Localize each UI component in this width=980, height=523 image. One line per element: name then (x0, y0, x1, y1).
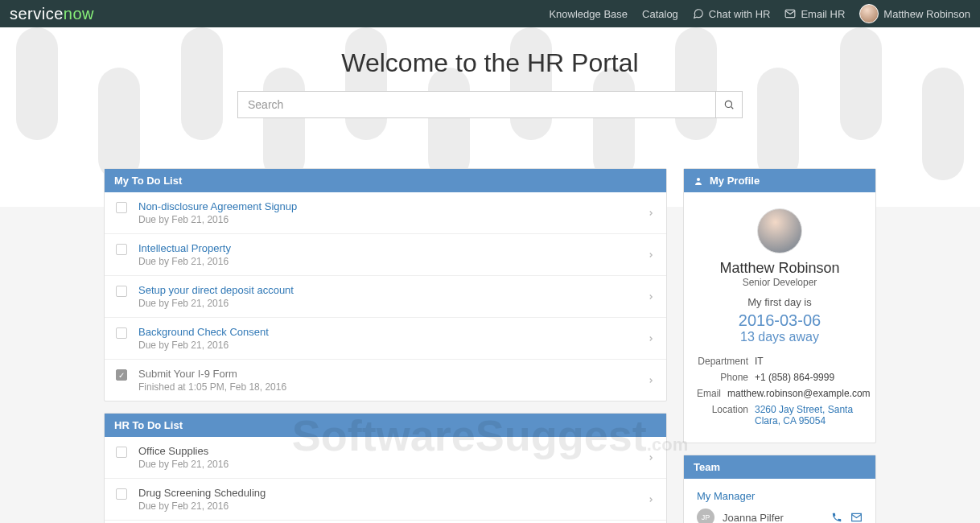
manager-avatar: JP (697, 509, 714, 523)
todo-item[interactable]: Drug Screening SchedulingDue by Feb 21, … (105, 478, 666, 520)
svg-point-1 (725, 101, 731, 107)
arrow-right-icon[interactable] (647, 209, 655, 217)
todo-item[interactable]: Background Check ConsentDue by Feb 21, 2… (105, 317, 666, 359)
panel-profile: My Profile Matthew Robinson Senior Devel… (683, 168, 876, 443)
manager-name: Joanna Pilfer (723, 512, 823, 524)
panel-hr-todo-body: Office SuppliesDue by Feb 21, 2016Drug S… (105, 437, 666, 523)
arrow-right-icon[interactable] (647, 496, 655, 504)
search-button[interactable] (715, 91, 743, 118)
kv-phone: Phone +1 (858) 864-9999 (697, 372, 863, 383)
phone-label: Phone (697, 372, 755, 383)
first-day-away: 13 days away (697, 330, 863, 344)
profile-role: Senior Developer (697, 277, 863, 288)
todo-title[interactable]: Setup your direct deposit account (138, 284, 655, 296)
checkbox-icon[interactable] (116, 447, 127, 458)
nav-user-label: Matthew Robinson (883, 8, 970, 20)
panel-profile-title: My Profile (710, 175, 760, 187)
team-row-manager: JP Joanna Pilfer (697, 509, 863, 523)
department-label: Department (697, 356, 755, 367)
search-icon (723, 99, 735, 110)
team-body: My Manager JP Joanna Pilfer (684, 479, 875, 523)
col-right: My Profile Matthew Robinson Senior Devel… (683, 168, 876, 523)
nav-knowledge-base[interactable]: Knowledge Base (549, 8, 628, 20)
panel-my-todo-body: Non-disclosure Agreement SignupDue by Fe… (105, 192, 666, 401)
todo-meta: Due by Feb 21, 2016 (138, 500, 655, 512)
todo-meta: Due by Feb 21, 2016 (138, 214, 655, 225)
svg-point-3 (697, 178, 700, 181)
todo-item[interactable]: Non-disclosure Agreement SignupDue by Fe… (105, 192, 666, 233)
chat-icon (693, 8, 704, 19)
panel-team: Team My Manager JP Joanna Pilfer (683, 455, 876, 523)
user-icon (694, 176, 703, 186)
top-nav: servicenow Knowledge Base Catalog Chat w… (0, 0, 980, 27)
arrow-right-icon[interactable] (647, 454, 655, 462)
search-wrap (237, 91, 743, 118)
todo-title[interactable]: Background Check Consent (138, 326, 655, 338)
panel-hr-todo: HR To Do List Office SuppliesDue by Feb … (104, 413, 667, 523)
page-title: Welcome to the HR Portal (200, 48, 780, 78)
first-day-date: 2016-03-06 (697, 311, 863, 330)
todo-title: Drug Screening Scheduling (138, 487, 655, 499)
checkbox-icon[interactable] (116, 327, 127, 339)
logo-text-1: service (10, 5, 64, 23)
todo-item[interactable]: Send The First Day AgendaDue by Feb 21, … (105, 520, 666, 523)
envelope-icon (784, 8, 796, 19)
todo-item[interactable]: Intellectual PropertyDue by Feb 21, 2016 (105, 233, 666, 275)
checkbox-icon[interactable] (116, 244, 127, 255)
main-container: SoftwareSuggest.com My To Do List Non-di… (96, 168, 884, 523)
kv-department: Department IT (697, 356, 863, 367)
my-manager-label[interactable]: My Manager (697, 490, 863, 502)
checkbox-icon[interactable] (116, 202, 127, 213)
first-day-label: My first day is (697, 296, 863, 308)
todo-item[interactable]: Office SuppliesDue by Feb 21, 2016 (105, 437, 666, 478)
nav-links: Knowledge Base Catalog Chat with HR Emai… (549, 4, 970, 23)
nav-email-label: Email HR (801, 8, 845, 20)
todo-item[interactable]: Setup your direct deposit accountDue by … (105, 275, 666, 317)
todo-title[interactable]: Submit Your I-9 Form (138, 368, 655, 380)
panel-hr-todo-header: HR To Do List (105, 414, 666, 437)
nav-catalog[interactable]: Catalog (642, 8, 678, 20)
panel-profile-header: My Profile (684, 169, 875, 192)
avatar-icon (859, 4, 879, 23)
todo-meta: Due by Feb 21, 2016 (138, 340, 655, 351)
nav-chat-label: Chat with HR (709, 8, 771, 20)
checkbox-icon[interactable]: ✓ (116, 369, 127, 381)
email-value: matthew.robinson@example.com (727, 388, 871, 399)
todo-title[interactable]: Intellectual Property (138, 242, 655, 254)
todo-meta: Due by Feb 21, 2016 (138, 459, 655, 470)
nav-user[interactable]: Matthew Robinson (859, 4, 970, 23)
todo-meta: Due by Feb 21, 2016 (138, 298, 655, 309)
location-value[interactable]: 3260 Jay Street, Santa Clara, CA 95054 (755, 404, 863, 426)
arrow-right-icon[interactable] (647, 251, 655, 259)
logo[interactable]: servicenow (10, 5, 94, 23)
todo-meta: Finished at 1:05 PM, Feb 18, 2016 (138, 381, 655, 393)
phone-value: +1 (858) 864-9999 (755, 372, 863, 383)
todo-title[interactable]: Non-disclosure Agreement Signup (138, 200, 655, 212)
nav-email-hr[interactable]: Email HR (784, 8, 845, 20)
todo-item[interactable]: ✓Submit Your I-9 FormFinished at 1:05 PM… (105, 359, 666, 401)
arrow-right-icon[interactable] (647, 293, 655, 301)
email-label: Email (697, 388, 727, 399)
envelope-icon[interactable] (850, 512, 863, 523)
col-left: My To Do List Non-disclosure Agreement S… (104, 168, 667, 523)
panel-my-todo-header: My To Do List (105, 169, 666, 192)
kv-location: Location 3260 Jay Street, Santa Clara, C… (697, 404, 863, 426)
profile-body: Matthew Robinson Senior Developer My fir… (684, 192, 875, 443)
todo-meta: Due by Feb 21, 2016 (138, 256, 655, 267)
todo-title: Office Supplies (138, 445, 655, 457)
panel-my-todo: My To Do List Non-disclosure Agreement S… (104, 168, 667, 402)
profile-avatar (757, 208, 802, 253)
nav-chat-hr[interactable]: Chat with HR (693, 8, 771, 20)
checkbox-icon[interactable] (116, 488, 127, 500)
search-input[interactable] (237, 91, 715, 118)
arrow-right-icon[interactable] (647, 335, 655, 343)
svg-line-2 (731, 107, 734, 109)
kv-email: Email matthew.robinson@example.com (697, 388, 863, 399)
logo-text-2: now (64, 5, 94, 23)
location-label: Location (697, 404, 755, 426)
arrow-right-icon[interactable] (647, 377, 655, 385)
checkbox-icon[interactable] (116, 286, 127, 297)
department-value: IT (755, 356, 863, 367)
phone-icon[interactable] (831, 512, 842, 523)
profile-name: Matthew Robinson (697, 260, 863, 277)
